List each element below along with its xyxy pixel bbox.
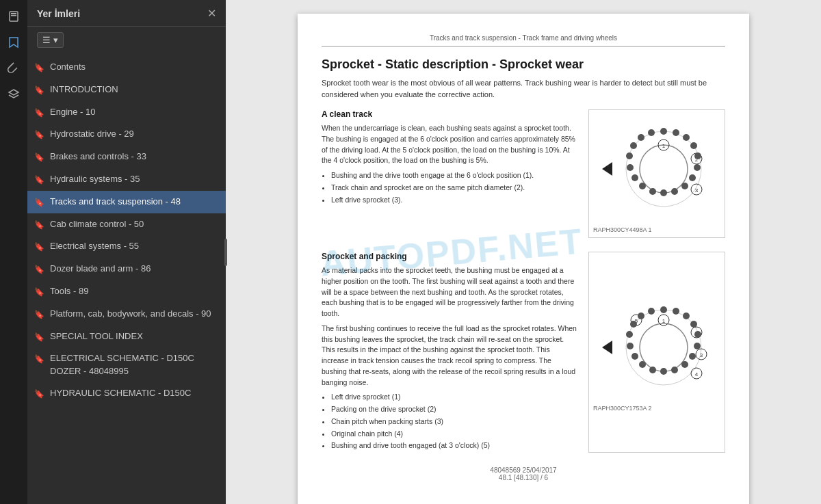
svg-point-29 [638, 134, 644, 141]
main-content[interactable]: AUTOPDF.NET Tracks and track suspension … [226, 0, 821, 504]
sidebar-item[interactable]: 🔖Tracks and track suspension - 48 [27, 191, 226, 213]
sidebar: Yer İmleri ✕ ☰ ▾ 🔖Contents🔖INTRODUCTION🔖… [27, 0, 226, 504]
svg-point-54 [649, 367, 656, 373]
svg-marker-31 [602, 341, 612, 354]
sidebar-item[interactable]: 🔖Contents [27, 56, 226, 79]
bookmark-icon[interactable] [3, 31, 25, 53]
svg-point-48 [694, 331, 701, 338]
svg-marker-4 [602, 162, 612, 176]
svg-point-15 [683, 134, 690, 141]
sidebar-item[interactable]: 🔖ELECTRICAL SCHEMATIC - D150C DOZER - 48… [27, 347, 226, 382]
svg-point-45 [673, 308, 679, 315]
svg-point-51 [681, 361, 688, 368]
layers-icon[interactable] [3, 83, 25, 105]
bookmark-item-icon: 🔖 [34, 62, 44, 74]
svg-point-60 [638, 313, 644, 319]
svg-point-55 [639, 361, 646, 368]
svg-point-44 [660, 306, 667, 313]
list-item: Track chain and sprocket are on the same… [331, 183, 577, 194]
pages-icon[interactable] [3, 5, 25, 27]
clean-track-para: When the undercarriage is clean, each bu… [322, 123, 577, 166]
sidebar-item[interactable]: 🔖INTRODUCTION [27, 79, 226, 101]
sidebar-item-label: SPECIAL TOOL INDEX [50, 330, 216, 343]
sidebar-item[interactable]: 🔖HYDRAULIC SCHEMATIC - D150C [27, 382, 226, 405]
page-footer: 48048569 25/04/2017 48.1 [48.130] / 6 [322, 466, 725, 481]
clean-track-title: A clean track [322, 109, 577, 119]
bookmark-item-icon: 🔖 [34, 354, 44, 365]
sidebar-close-button[interactable]: ✕ [207, 8, 216, 19]
bookmark-item-icon: 🔖 [34, 264, 44, 276]
sidebar-item-label: ELECTRICAL SCHEMATIC - D150C DOZER - 480… [50, 352, 216, 377]
svg-point-33 [640, 323, 688, 371]
sidebar-header: Yer İmleri ✕ [27, 0, 226, 27]
svg-point-28 [630, 142, 637, 149]
bookmark-item-icon: 🔖 [34, 309, 44, 321]
bookmark-item-icon: 🔖 [34, 152, 44, 163]
sidebar-item[interactable]: 🔖Hydrostatic drive - 29 [27, 123, 226, 146]
svg-point-49 [694, 343, 701, 349]
sidebar-item[interactable]: 🔖Tools - 89 [27, 280, 226, 303]
svg-point-57 [627, 343, 634, 349]
bookmark-item-icon: 🔖 [34, 174, 44, 186]
list-view-button[interactable]: ☰ ▾ [37, 32, 64, 48]
sidebar-item-label: Tracks and track suspension - 48 [50, 196, 216, 208]
sprocket-svg-2: 1 2 3 4 5 [595, 293, 718, 402]
sidebar-items: 🔖Contents🔖INTRODUCTION🔖Engine - 10🔖Hydro… [27, 53, 226, 504]
sidebar-item-label: Electrical systems - 55 [50, 240, 216, 252]
sidebar-item-label: Platform, cab, bodywork, and decals - 90 [50, 308, 216, 320]
svg-point-24 [639, 183, 646, 189]
bookmark-item-icon: 🔖 [34, 388, 44, 400]
svg-point-20 [681, 183, 688, 189]
list-item: Original chain pitch (4) [331, 429, 577, 440]
sidebar-item[interactable]: 🔖Engine - 10 [27, 101, 226, 124]
svg-point-47 [690, 321, 697, 328]
diagram-2: 1 2 3 4 5 [588, 252, 725, 453]
sidebar-item-label: Contents [50, 61, 216, 73]
packing-para-1: As material packs into the sprocket teet… [322, 265, 577, 319]
sidebar-item-label: Dozer blade and arm - 86 [50, 263, 216, 275]
resize-handle[interactable] [223, 0, 229, 504]
attachment-icon[interactable] [3, 57, 25, 79]
bookmark-item-icon: 🔖 [34, 332, 44, 343]
sidebar-item-label: Engine - 10 [50, 106, 216, 118]
sidebar-item[interactable]: 🔖Dozer blade and arm - 86 [27, 258, 226, 280]
sidebar-item[interactable]: 🔖Brakes and controls - 33 [27, 146, 226, 168]
sidebar-item[interactable]: 🔖Hydraulic systems - 35 [27, 168, 226, 191]
list-item: Left drive sprocket (3). [331, 195, 577, 206]
sidebar-item[interactable]: 🔖SPECIAL TOOL INDEX [27, 326, 226, 348]
sidebar-item[interactable]: 🔖Platform, cab, bodywork, and decals - 9… [27, 303, 226, 326]
list-item: Bushing and drive tooth engaged (at 3 o'… [331, 440, 577, 451]
list-item: Packing on the drive sprocket (2) [331, 404, 577, 415]
svg-point-22 [660, 189, 667, 196]
clean-track-block: A clean track When the undercarriage is … [322, 109, 725, 238]
svg-point-58 [626, 331, 633, 338]
svg-point-16 [690, 142, 697, 149]
packing-bullets: Left drive sprocket (1)Packing on the dr… [331, 392, 577, 451]
svg-text:1: 1 [662, 143, 666, 149]
svg-point-46 [683, 313, 690, 319]
diagram-1: 1 2 3 [588, 109, 725, 238]
svg-marker-3 [9, 90, 18, 95]
svg-point-27 [626, 152, 633, 159]
svg-text:1: 1 [662, 318, 666, 324]
packing-text: Sprocket and packing As material packs i… [322, 252, 577, 453]
sidebar-item-label: INTRODUCTION [50, 83, 216, 96]
svg-point-21 [671, 188, 678, 195]
sidebar-title: Yer İmleri [37, 8, 80, 19]
packing-para-2: The first bushing continues to receive t… [322, 323, 577, 388]
clean-track-text: A clean track When the undercarriage is … [322, 109, 577, 238]
packing-block: Sprocket and packing As material packs i… [322, 252, 725, 453]
svg-text:4: 4 [695, 371, 699, 377]
svg-point-50 [689, 353, 696, 360]
bookmark-item-icon: 🔖 [34, 107, 44, 119]
svg-text:3: 3 [700, 352, 703, 358]
sidebar-item[interactable]: 🔖Electrical systems - 55 [27, 235, 226, 258]
clean-track-bullets: Bushing and the drive tooth engage at th… [331, 170, 577, 205]
svg-point-59 [630, 321, 637, 328]
svg-point-53 [660, 368, 667, 375]
diagram-2-caption: RAPH300CY1753A 2 [593, 405, 720, 412]
list-item: Chain pitch when packing starts (3) [331, 416, 577, 427]
sidebar-item[interactable]: 🔖Cab climate control - 50 [27, 213, 226, 236]
page-container: Tracks and track suspension - Track fram… [298, 14, 749, 504]
bookmark-item-icon: 🔖 [34, 241, 44, 253]
